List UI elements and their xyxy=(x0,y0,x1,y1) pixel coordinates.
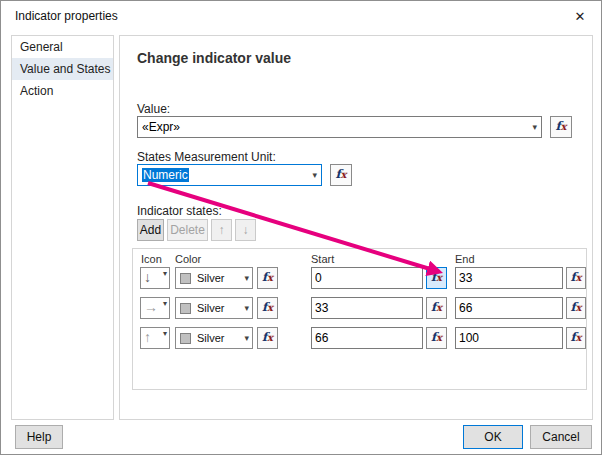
fx-icon-sub: x xyxy=(576,302,582,313)
ok-button[interactable]: OK xyxy=(463,425,523,449)
silver-color-swatch xyxy=(180,303,191,314)
chevron-down-icon: ▾ xyxy=(163,269,167,278)
down-arrow-icon: ↓ xyxy=(243,223,249,237)
end-fx-button[interactable]: fx xyxy=(566,327,586,349)
color-dropdown[interactable]: Silver ▾ xyxy=(175,297,253,319)
up-arrow-icon: ↑ xyxy=(219,223,225,237)
fx-icon-sub: x xyxy=(267,302,273,313)
fx-icon-sub: x xyxy=(267,272,273,283)
right-arrow-icon: → xyxy=(144,299,158,315)
fx-icon-sub: x xyxy=(436,272,442,283)
fx-icon-sub: x xyxy=(561,121,567,132)
main-panel: Change indicator value Value: «Expr» ▾ f… xyxy=(119,35,593,420)
add-button[interactable]: Add xyxy=(137,219,164,241)
icon-dropdown[interactable]: ↑ ▾ xyxy=(140,327,170,349)
color-name: Silver xyxy=(197,328,225,348)
value-combobox-text: «Expr» xyxy=(142,120,180,134)
indicator-states-label: Indicator states: xyxy=(137,204,222,218)
end-input[interactable] xyxy=(455,327,563,349)
end-input[interactable] xyxy=(455,267,563,289)
dialog-title: Indicator properties xyxy=(15,9,118,23)
end-fx-button[interactable]: fx xyxy=(566,267,586,289)
column-header-icon: Icon xyxy=(141,253,162,265)
table-row: → ▾ Silver ▾ fx fx fx xyxy=(133,297,586,319)
silver-color-swatch xyxy=(180,333,191,344)
fx-icon-sub: x xyxy=(576,272,582,283)
start-fx-button[interactable]: fx xyxy=(426,297,447,319)
move-down-button[interactable]: ↓ xyxy=(235,219,256,241)
end-input[interactable] xyxy=(455,297,563,319)
fx-icon-sub: x xyxy=(267,332,273,343)
fx-icon-sub: x xyxy=(341,169,347,180)
silver-color-swatch xyxy=(180,273,191,284)
sidebar-item-value-and-states[interactable]: Value and States xyxy=(12,58,113,80)
chevron-down-icon: ▾ xyxy=(244,328,249,348)
unit-combobox[interactable]: Numeric ▾ xyxy=(137,164,322,186)
title-bar: Indicator properties ✕ xyxy=(1,1,601,31)
delete-button[interactable]: Delete xyxy=(167,219,208,241)
end-fx-button[interactable]: fx xyxy=(566,297,586,319)
color-fx-button[interactable]: fx xyxy=(257,297,278,319)
start-input[interactable] xyxy=(311,267,423,289)
chevron-down-icon: ▾ xyxy=(532,117,537,137)
column-header-start: Start xyxy=(311,253,334,265)
table-row: ↓ ▾ Silver ▾ fx fx fx xyxy=(133,267,586,289)
value-label: Value: xyxy=(137,102,170,116)
help-button[interactable]: Help xyxy=(15,425,63,449)
chevron-down-icon: ▾ xyxy=(163,299,167,308)
color-dropdown[interactable]: Silver ▾ xyxy=(175,267,253,289)
value-combobox[interactable]: «Expr» ▾ xyxy=(137,116,542,138)
chevron-down-icon: ▾ xyxy=(163,329,167,338)
indicator-properties-dialog: Indicator properties ✕ General Value and… xyxy=(0,0,602,455)
icon-dropdown[interactable]: ↓ ▾ xyxy=(140,267,170,289)
color-dropdown[interactable]: Silver ▾ xyxy=(175,327,253,349)
unit-expression-fx-button[interactable]: fx xyxy=(330,164,352,186)
sidebar: General Value and States Action xyxy=(11,35,114,420)
sidebar-item-general[interactable]: General xyxy=(12,36,113,58)
start-input[interactable] xyxy=(311,297,423,319)
chevron-down-icon: ▾ xyxy=(244,298,249,318)
color-name: Silver xyxy=(197,298,225,318)
value-expression-fx-button[interactable]: fx xyxy=(550,116,572,138)
color-fx-button[interactable]: fx xyxy=(257,267,278,289)
table-row: ↑ ▾ Silver ▾ fx fx fx xyxy=(133,327,586,349)
move-up-button[interactable]: ↑ xyxy=(211,219,232,241)
up-arrow-icon: ↑ xyxy=(144,329,151,345)
unit-label: States Measurement Unit: xyxy=(137,150,276,164)
color-name: Silver xyxy=(197,268,225,288)
fx-icon-sub: x xyxy=(576,332,582,343)
page-title: Change indicator value xyxy=(137,50,291,66)
close-icon[interactable]: ✕ xyxy=(571,8,589,26)
start-input[interactable] xyxy=(311,327,423,349)
fx-icon-sub: x xyxy=(436,302,442,313)
sidebar-item-action[interactable]: Action xyxy=(12,80,113,102)
start-fx-button[interactable]: fx xyxy=(426,267,447,289)
column-header-color: Color xyxy=(175,253,201,265)
chevron-down-icon: ▾ xyxy=(312,165,317,185)
start-fx-button[interactable]: fx xyxy=(426,327,447,349)
color-fx-button[interactable]: fx xyxy=(257,327,278,349)
indicator-states-table: Icon Color Start End ↓ ▾ Silver ▾ fx fx xyxy=(132,248,587,390)
column-header-end: End xyxy=(455,253,475,265)
down-arrow-icon: ↓ xyxy=(144,269,151,285)
icon-dropdown[interactable]: → ▾ xyxy=(140,297,170,319)
chevron-down-icon: ▾ xyxy=(244,268,249,288)
fx-icon-sub: x xyxy=(436,332,442,343)
unit-combobox-text: Numeric xyxy=(142,168,189,182)
cancel-button[interactable]: Cancel xyxy=(530,425,592,449)
